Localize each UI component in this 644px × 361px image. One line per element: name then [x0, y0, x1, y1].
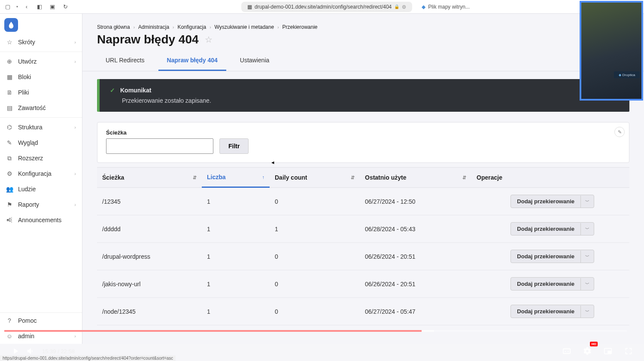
sort-icon: ⇵: [351, 175, 355, 180]
cell-count: 1: [202, 243, 270, 270]
sidebar-item-ludzie[interactable]: 👥Ludzie: [0, 181, 82, 197]
message-body: Przekierowanie zostało zapisane.: [110, 97, 619, 104]
drupal-icon: ◆: [422, 4, 425, 10]
sidebar-item-label: Raporty: [18, 201, 39, 208]
chevron-right-icon: ›: [74, 40, 76, 45]
add-redirect-button[interactable]: Dodaj przekierowanie﹀: [510, 195, 594, 208]
add-redirect-button[interactable]: Dodaj przekierowanie﹀: [510, 222, 594, 236]
tab-napraw-błędy-404[interactable]: Napraw błędy 404: [158, 52, 226, 71]
captions-button[interactable]: [559, 343, 574, 359]
shield-icon[interactable]: ◧: [35, 3, 44, 11]
add-redirect-button[interactable]: Dodaj przekierowanie﹀: [510, 277, 594, 291]
th-last[interactable]: Ostatnio użyte⇵: [360, 168, 471, 187]
op-button-label[interactable]: Dodaj przekierowanie: [511, 223, 580, 235]
hd-badge: HD: [590, 342, 598, 346]
settings-button[interactable]: HD: [580, 343, 595, 359]
fullscreen-button[interactable]: [621, 343, 636, 359]
cell-count: 1: [202, 188, 270, 215]
edit-pencil-icon[interactable]: ✎: [614, 127, 625, 137]
mouse-cursor-icon: ◂: [271, 159, 274, 165]
favorite-star-icon[interactable]: ☆: [205, 34, 213, 45]
cell-count: 1: [202, 215, 270, 242]
chevron-down-icon[interactable]: ﹀: [580, 196, 594, 208]
volume-button[interactable]: [23, 343, 39, 359]
sidebar-item-label: Konfiguracja: [18, 170, 52, 177]
bookmark-pill[interactable]: ◆ Plik mapy witryn...: [418, 2, 473, 12]
panel-icon[interactable]: ▣: [48, 3, 57, 11]
sidebar-item-zawartość[interactable]: ▤Zawartość: [0, 100, 82, 116]
sidebar-item-label: Pomoc: [18, 317, 37, 324]
drupal-logo[interactable]: [4, 18, 18, 32]
add-redirect-button[interactable]: Dodaj przekierowanie﹀: [510, 305, 594, 318]
chevron-down-icon[interactable]: ﹀: [580, 278, 594, 290]
sidebar-item-label: Wygląd: [18, 139, 38, 146]
op-button-label[interactable]: Dodaj przekierowanie: [511, 278, 580, 290]
url-text: drupal-demo-001.ddev.site/admin/config/s…: [255, 4, 392, 10]
breadcrumb-link[interactable]: Wyszukiwanie i metadane: [215, 24, 274, 30]
chevron-down-icon[interactable]: ﹀: [580, 251, 594, 263]
op-button-label[interactable]: Dodaj przekierowanie: [511, 305, 580, 318]
announce-icon: 🕬: [6, 217, 13, 223]
cell-last: 06/28/2024 - 05:43: [360, 215, 471, 242]
filter-button[interactable]: Filtr: [219, 138, 249, 154]
sidebar-item-utwórz[interactable]: ⊕Utwórz›: [0, 54, 82, 69]
miniplayer-button[interactable]: [600, 343, 616, 359]
cell-last: 06/27/2024 - 12:50: [360, 188, 471, 215]
chevron-down-icon[interactable]: ﹀: [580, 306, 594, 318]
tab-url-redirects[interactable]: URL Redirects: [97, 52, 153, 71]
sidebar-item-pliki[interactable]: 🗎Pliki: [0, 85, 82, 100]
th-path[interactable]: Ścieżka⇵: [97, 168, 202, 187]
back-icon[interactable]: ‹: [22, 3, 31, 11]
op-button-label[interactable]: Dodaj przekierowanie: [511, 250, 580, 263]
sort-asc-icon: ↑: [262, 174, 265, 180]
cell-path: /node/12345: [97, 298, 202, 325]
dropdown-icon[interactable]: ▾: [16, 5, 18, 9]
sidebar-item-label: Bloki: [18, 73, 31, 80]
chevron-down-icon[interactable]: ﹀: [580, 223, 594, 235]
sidebar-item-label: Utwórz: [18, 58, 37, 65]
table-row: /jakis-nowy-url1006/26/2024 - 20:51Dodaj…: [97, 270, 629, 298]
cell-path: /drupal-wordpress: [97, 243, 202, 270]
cell-last: 06/27/2024 - 05:47: [360, 298, 471, 325]
sidebar-item-raporty[interactable]: ⚑Raporty›: [0, 197, 82, 212]
filter-path-input[interactable]: [106, 138, 213, 154]
sidebar-item-label: Pliki: [18, 89, 29, 96]
cell-daily: 1: [270, 215, 360, 242]
sidebar-item-rozszerz[interactable]: ⧉Rozszerz: [0, 150, 82, 166]
progress-track[interactable]: [4, 330, 627, 332]
blocks-icon: ▦: [6, 73, 13, 80]
sidebar-item-struktura[interactable]: ⌬Struktura›: [0, 119, 82, 135]
table-row: /ddddd1106/28/2024 - 05:43Dodaj przekier…: [97, 215, 629, 243]
th-daily[interactable]: Daily count⇵: [270, 168, 360, 187]
cell-daily: 0: [270, 188, 360, 215]
sidebar-item-konfiguracja[interactable]: ⚙Konfiguracja›: [0, 166, 82, 181]
sidebar-item-label: Announcements: [18, 217, 61, 223]
sidebar-item-bloki[interactable]: ▦Bloki: [0, 69, 82, 85]
op-button-label[interactable]: Dodaj przekierowanie: [511, 195, 580, 208]
play-button[interactable]: [8, 343, 23, 359]
address-bar[interactable]: ▦ drupal-demo-001.ddev.site/admin/config…: [241, 2, 412, 12]
sidebar-item-announcements[interactable]: 🕬Announcements: [0, 212, 82, 228]
admin-sidebar: ☆Skróty›⊕Utwórz›▦Bloki🗎Pliki▤Zawartość⌬S…: [0, 14, 82, 344]
th-count[interactable]: Liczba↑: [202, 168, 270, 188]
refresh-icon[interactable]: ↻: [61, 3, 70, 11]
cell-ops: Dodaj przekierowanie﹀: [471, 243, 629, 270]
plus-icon: ⊕: [6, 58, 13, 65]
breadcrumb-link[interactable]: Przekierowanie: [282, 24, 317, 30]
sidebar-item-pomoc[interactable]: ?Pomoc: [0, 313, 82, 328]
tab-ustawienia[interactable]: Ustawienia: [231, 52, 278, 71]
reader-icon[interactable]: ⊜: [402, 4, 406, 10]
chevron-right-icon: ›: [277, 25, 279, 30]
sidebar-item-skróty[interactable]: ☆Skróty›: [0, 34, 82, 50]
chevron-right-icon: ›: [74, 202, 76, 207]
breadcrumb-link[interactable]: Administracja: [138, 24, 169, 30]
svg-rect-2: [608, 351, 611, 353]
sidebar-toggle-icon[interactable]: ▢: [3, 3, 12, 11]
cell-path: /12345: [97, 188, 202, 215]
breadcrumb-link[interactable]: Strona główna: [97, 24, 130, 30]
page-title-row: Napraw błędy 404 ☆: [82, 30, 644, 52]
filter-path-label: Ścieżka: [106, 129, 213, 136]
breadcrumb-link[interactable]: Konfiguracja: [177, 24, 206, 30]
add-redirect-button[interactable]: Dodaj przekierowanie﹀: [510, 250, 594, 263]
sidebar-item-wygląd[interactable]: ✎Wygląd: [0, 135, 82, 150]
